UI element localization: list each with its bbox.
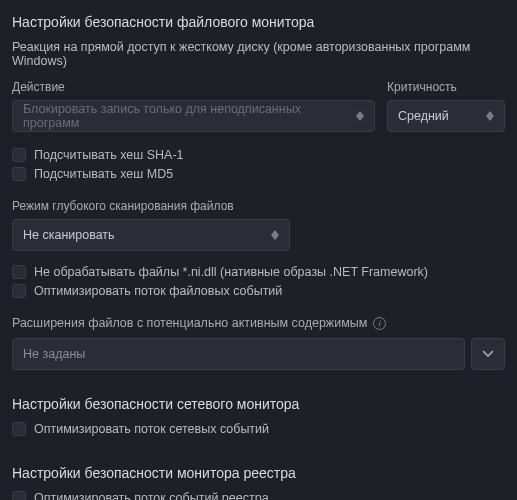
checkbox-icon (12, 422, 26, 436)
checkbox-icon (12, 167, 26, 181)
active-ext-input[interactable]: Не заданы (12, 338, 465, 370)
registry-monitor-title: Настройки безопасности монитора реестра (12, 465, 505, 481)
checkbox-icon (12, 148, 26, 162)
checkbox-icon (12, 284, 26, 298)
criticality-label: Критичность (387, 80, 505, 94)
updown-icon (356, 111, 364, 121)
chevron-down-icon (482, 350, 494, 358)
deep-scan-label: Режим глубокого сканирования файлов (12, 199, 505, 213)
checkbox-icon (12, 265, 26, 279)
deep-scan-select[interactable]: Не сканировать (12, 219, 290, 251)
skip-nidll-checkbox-row[interactable]: Не обрабатывать файлы *.ni.dll (нативные… (12, 265, 505, 279)
file-monitor-title: Настройки безопасности файлового монитор… (12, 14, 505, 30)
action-select-value: Блокировать запись только для неподписан… (23, 102, 356, 130)
checkbox-icon (12, 491, 26, 500)
network-monitor-title: Настройки безопасности сетевого монитора (12, 396, 505, 412)
active-ext-value: Не заданы (23, 347, 85, 361)
active-ext-dropdown-button[interactable] (471, 338, 505, 370)
optimize-network-label: Оптимизировать поток сетевых событий (34, 422, 269, 436)
criticality-select[interactable]: Средний (387, 100, 505, 132)
action-label: Действие (12, 80, 375, 94)
optimize-registry-checkbox-row[interactable]: Оптимизировать поток событий реестра (12, 491, 505, 500)
md5-checkbox-row[interactable]: Подсчитывать хеш MD5 (12, 167, 505, 181)
optimize-registry-label: Оптимизировать поток событий реестра (34, 491, 269, 500)
info-icon[interactable]: i (373, 317, 386, 330)
optimize-file-events-label: Оптимизировать поток файловых событий (34, 284, 282, 298)
updown-icon (271, 230, 279, 240)
action-select[interactable]: Блокировать запись только для неподписан… (12, 100, 375, 132)
deep-scan-value: Не сканировать (23, 228, 115, 242)
updown-icon (486, 111, 494, 121)
sha1-label: Подсчитывать хеш SHA-1 (34, 148, 184, 162)
skip-nidll-label: Не обрабатывать файлы *.ni.dll (нативные… (34, 265, 428, 279)
optimize-network-checkbox-row[interactable]: Оптимизировать поток сетевых событий (12, 422, 505, 436)
criticality-select-value: Средний (398, 109, 449, 123)
optimize-file-events-checkbox-row[interactable]: Оптимизировать поток файловых событий (12, 284, 505, 298)
active-ext-label: Расширения файлов с потенциально активны… (12, 316, 367, 330)
sha1-checkbox-row[interactable]: Подсчитывать хеш SHA-1 (12, 148, 505, 162)
file-monitor-subtitle: Реакция на прямой доступ к жесткому диск… (12, 40, 505, 68)
md5-label: Подсчитывать хеш MD5 (34, 167, 173, 181)
